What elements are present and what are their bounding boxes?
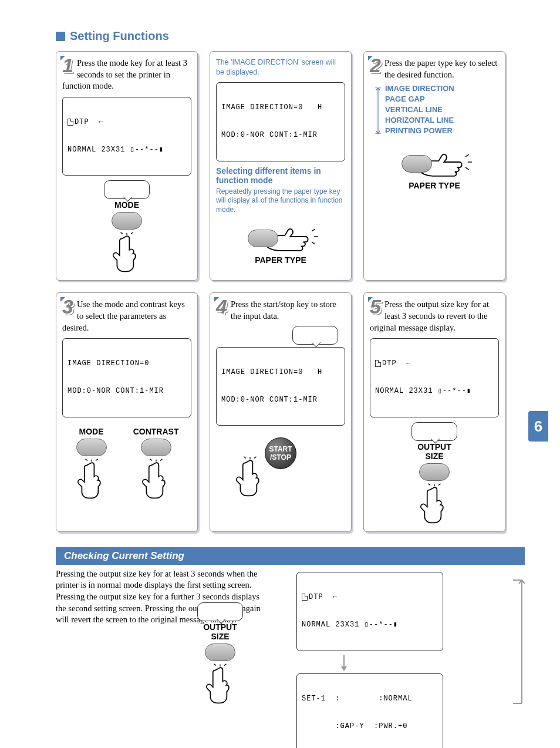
heading-text: Setting Functions [70, 29, 169, 43]
info-intro: The 'IMAGE DIRECTION' screen will be dis… [216, 58, 345, 78]
hand-press-icon [418, 483, 451, 524]
output-size-button[interactable] [419, 463, 450, 481]
step-text: Press the mode key for at least 3 second… [62, 58, 187, 90]
step-number: 3 [62, 299, 73, 315]
step-5-card: 5 Press the output size key for at least… [363, 292, 505, 531]
mode-button-label: MODE [62, 200, 191, 210]
step-2-card: 2 Press the paper type key to select the… [363, 51, 505, 281]
function-item: PRINTING POWER [385, 126, 499, 135]
heading-block-icon [56, 32, 65, 41]
paper-type-button[interactable] [248, 230, 278, 247]
lcd-display: IMAGE DIRECTION=0 MOD:0-NOR CONT:1-MIR [62, 338, 191, 417]
mode-button[interactable] [112, 212, 142, 230]
step-number: 5 [370, 299, 381, 315]
output-size-label: OUTPUTSIZE [370, 442, 499, 461]
function-item: HORIZONTAL LINE [385, 116, 499, 124]
output-size-button[interactable] [205, 643, 235, 661]
info-body: Repeatedly pressing the paper type key w… [216, 187, 345, 215]
contrast-button[interactable] [141, 439, 171, 456]
hand-press-icon [140, 459, 173, 500]
paper-type-button[interactable] [402, 155, 432, 173]
hand-press-icon [110, 232, 143, 273]
lcd-display: IMAGE DIRECTION=0 H MOD:0-NOR CONT:1-MIR [216, 347, 345, 426]
lcd-display: DTP ← NORMAL 23X31 ▯--*--▮ [296, 572, 443, 651]
speech-bubble [411, 422, 457, 441]
output-size-label: OUTPUTSIZE [185, 622, 255, 641]
function-item: PAGE GAP [385, 95, 499, 103]
step-number: 2 [370, 58, 381, 73]
function-item: IMAGE DIRECTION [385, 84, 499, 93]
step-text: Press the start/stop key to store the in… [231, 299, 336, 321]
step-text: Press the output size key for at least 3… [370, 299, 489, 332]
step-number: 4 [216, 299, 227, 315]
step-text: Use the mode and contrast keys to select… [62, 299, 185, 332]
speech-bubble [104, 180, 150, 199]
function-item: VERTICAL LINE [385, 105, 499, 114]
cycle-arrow-icon [373, 85, 383, 136]
step-number: 1 [62, 58, 73, 73]
step-3-card: 3 Use the mode and contrast keys to sele… [56, 292, 198, 531]
info-card: The 'IMAGE DIRECTION' screen will be dis… [210, 51, 352, 281]
hand-press-icon [234, 456, 266, 497]
mode-button-label: MODE [75, 427, 108, 436]
setting-diagram: DTP ← NORMAL 23X31 ▯--*--▮ SET-1 : :NORM… [273, 568, 525, 748]
speech-bubble [197, 602, 243, 621]
contrast-button-label: CONTRAST [133, 427, 179, 436]
hand-press-icon [204, 663, 237, 705]
step-1-card: 1 Press the mode key for at least 3 seco… [56, 51, 198, 281]
lcd-display: SET-1 : :NORMAL :GAP-Y :PWR.+0 [296, 673, 443, 748]
lcd-display: DTP ← NORMAL 23X31 ▯--*--▮ [62, 97, 191, 176]
lcd-display: DTP ← NORMAL 23X31 ▯--*--▮ [370, 338, 499, 417]
return-arrow-icon [513, 574, 531, 709]
document-icon [375, 360, 381, 367]
mode-button[interactable] [76, 439, 107, 456]
step-4-card: 4 Press the start/stop key to store the … [210, 292, 352, 531]
checking-heading: Checking Current Setting [56, 547, 525, 565]
document-icon [302, 594, 308, 601]
start-stop-button[interactable]: START /STOP [265, 437, 296, 469]
paper-type-label: PAPER TYPE [370, 181, 499, 190]
chapter-tab: 6 [528, 411, 548, 442]
step-text: Press the paper type key to select the d… [384, 58, 497, 79]
info-subheading: Selecting different items in function mo… [216, 166, 345, 185]
speech-bubble [292, 326, 338, 345]
hand-press-icon [75, 459, 108, 500]
document-icon [68, 119, 73, 126]
paper-type-label: PAPER TYPE [216, 255, 345, 265]
section-heading: Setting Functions [56, 29, 525, 43]
function-list: IMAGE DIRECTION PAGE GAP VERTICAL LINE H… [385, 84, 499, 135]
lcd-display: IMAGE DIRECTION=0 H MOD:0-NOR CONT:1-MIR [216, 82, 345, 161]
